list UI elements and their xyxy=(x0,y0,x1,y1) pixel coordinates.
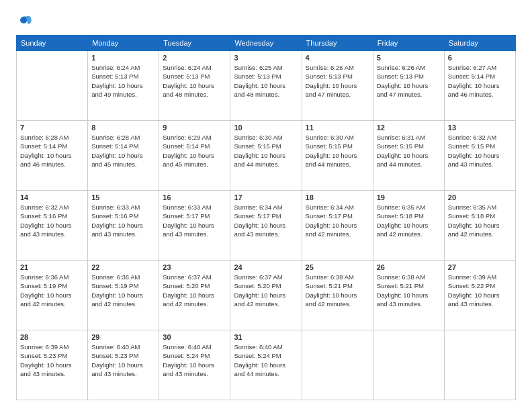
day-info: Sunrise: 6:28 AMSunset: 5:14 PMDaylight:… xyxy=(91,133,155,169)
day-info: Sunrise: 6:29 AMSunset: 5:14 PMDaylight:… xyxy=(163,133,226,169)
calendar-cell xyxy=(17,51,88,121)
calendar-cell: 2Sunrise: 6:24 AMSunset: 5:13 PMDaylight… xyxy=(159,51,230,121)
day-number: 29 xyxy=(91,333,155,341)
day-number: 14 xyxy=(20,193,84,201)
day-number: 13 xyxy=(448,124,512,132)
calendar-week-row: 28Sunrise: 6:39 AMSunset: 5:23 PMDayligh… xyxy=(17,330,516,400)
day-info: Sunrise: 6:35 AMSunset: 5:18 PMDaylight:… xyxy=(448,203,512,238)
calendar-cell: 19Sunrise: 6:35 AMSunset: 5:18 PMDayligh… xyxy=(373,191,444,261)
day-info: Sunrise: 6:39 AMSunset: 5:23 PMDaylight:… xyxy=(20,342,84,378)
calendar-cell: 14Sunrise: 6:32 AMSunset: 5:16 PMDayligh… xyxy=(17,191,88,261)
calendar-cell: 25Sunrise: 6:38 AMSunset: 5:21 PMDayligh… xyxy=(302,261,373,330)
calendar-cell: 23Sunrise: 6:37 AMSunset: 5:20 PMDayligh… xyxy=(159,261,230,330)
header xyxy=(16,13,516,30)
day-number: 9 xyxy=(163,124,226,132)
day-number: 8 xyxy=(91,124,155,132)
day-info: Sunrise: 6:26 AMSunset: 5:13 PMDaylight:… xyxy=(377,63,441,99)
day-info: Sunrise: 6:24 AMSunset: 5:13 PMDaylight:… xyxy=(91,63,155,99)
weekday-header-saturday: Saturday xyxy=(444,36,515,51)
day-number: 22 xyxy=(91,263,155,271)
day-info: Sunrise: 6:31 AMSunset: 5:15 PMDaylight:… xyxy=(377,133,441,169)
day-info: Sunrise: 6:40 AMSunset: 5:24 PMDaylight:… xyxy=(163,342,226,378)
day-number: 27 xyxy=(448,263,512,271)
calendar-cell: 7Sunrise: 6:28 AMSunset: 5:14 PMDaylight… xyxy=(17,121,88,191)
day-number: 2 xyxy=(163,54,226,62)
calendar-cell: 10Sunrise: 6:30 AMSunset: 5:15 PMDayligh… xyxy=(230,121,302,191)
calendar-cell: 20Sunrise: 6:35 AMSunset: 5:18 PMDayligh… xyxy=(444,191,515,261)
day-info: Sunrise: 6:25 AMSunset: 5:13 PMDaylight:… xyxy=(234,63,298,99)
day-info: Sunrise: 6:26 AMSunset: 5:13 PMDaylight:… xyxy=(306,63,369,99)
day-number: 15 xyxy=(91,193,155,201)
day-number: 21 xyxy=(20,263,84,271)
day-info: Sunrise: 6:34 AMSunset: 5:17 PMDaylight:… xyxy=(234,203,298,238)
calendar-cell: 28Sunrise: 6:39 AMSunset: 5:23 PMDayligh… xyxy=(17,330,88,400)
calendar-cell: 15Sunrise: 6:33 AMSunset: 5:16 PMDayligh… xyxy=(88,191,159,261)
page: SundayMondayTuesdayWednesdayThursdayFrid… xyxy=(0,0,532,411)
logo-icon xyxy=(16,13,32,30)
calendar-cell: 16Sunrise: 6:33 AMSunset: 5:17 PMDayligh… xyxy=(159,191,230,261)
day-info: Sunrise: 6:36 AMSunset: 5:19 PMDaylight:… xyxy=(91,273,155,308)
day-number: 6 xyxy=(448,54,512,62)
day-number: 26 xyxy=(377,263,441,271)
day-info: Sunrise: 6:32 AMSunset: 5:16 PMDaylight:… xyxy=(20,203,84,238)
day-info: Sunrise: 6:38 AMSunset: 5:21 PMDaylight:… xyxy=(306,273,369,308)
day-info: Sunrise: 6:38 AMSunset: 5:21 PMDaylight:… xyxy=(377,273,441,308)
calendar-week-row: 1Sunrise: 6:24 AMSunset: 5:13 PMDaylight… xyxy=(17,51,516,121)
calendar-cell: 5Sunrise: 6:26 AMSunset: 5:13 PMDaylight… xyxy=(373,51,444,121)
day-info: Sunrise: 6:35 AMSunset: 5:18 PMDaylight:… xyxy=(377,203,441,238)
day-number: 4 xyxy=(306,54,369,62)
day-number: 11 xyxy=(306,124,369,132)
weekday-header-thursday: Thursday xyxy=(302,36,373,51)
calendar-cell: 13Sunrise: 6:32 AMSunset: 5:15 PMDayligh… xyxy=(444,121,515,191)
day-info: Sunrise: 6:40 AMSunset: 5:24 PMDaylight:… xyxy=(234,342,298,378)
day-info: Sunrise: 6:27 AMSunset: 5:14 PMDaylight:… xyxy=(448,63,512,99)
calendar-cell xyxy=(302,330,373,400)
calendar-cell: 26Sunrise: 6:38 AMSunset: 5:21 PMDayligh… xyxy=(373,261,444,330)
calendar-cell: 17Sunrise: 6:34 AMSunset: 5:17 PMDayligh… xyxy=(230,191,302,261)
day-number: 20 xyxy=(448,193,512,201)
calendar-week-row: 7Sunrise: 6:28 AMSunset: 5:14 PMDaylight… xyxy=(17,121,516,191)
calendar-cell: 1Sunrise: 6:24 AMSunset: 5:13 PMDaylight… xyxy=(88,51,159,121)
day-info: Sunrise: 6:37 AMSunset: 5:20 PMDaylight:… xyxy=(234,273,298,308)
calendar-cell: 12Sunrise: 6:31 AMSunset: 5:15 PMDayligh… xyxy=(373,121,444,191)
calendar-cell: 24Sunrise: 6:37 AMSunset: 5:20 PMDayligh… xyxy=(230,261,302,330)
calendar-cell: 22Sunrise: 6:36 AMSunset: 5:19 PMDayligh… xyxy=(88,261,159,330)
weekday-header-monday: Monday xyxy=(88,36,159,51)
day-number: 30 xyxy=(163,333,226,341)
day-number: 31 xyxy=(234,333,298,341)
day-number: 16 xyxy=(163,193,226,201)
day-number: 18 xyxy=(306,193,369,201)
day-info: Sunrise: 6:33 AMSunset: 5:16 PMDaylight:… xyxy=(91,203,155,238)
day-number: 24 xyxy=(234,263,298,271)
weekday-header-friday: Friday xyxy=(373,36,444,51)
calendar-cell: 6Sunrise: 6:27 AMSunset: 5:14 PMDaylight… xyxy=(444,51,515,121)
weekday-header-wednesday: Wednesday xyxy=(230,36,302,51)
logo xyxy=(16,13,35,30)
day-info: Sunrise: 6:24 AMSunset: 5:13 PMDaylight:… xyxy=(163,63,226,99)
weekday-header-tuesday: Tuesday xyxy=(159,36,230,51)
calendar-cell xyxy=(444,330,515,400)
calendar-cell xyxy=(373,330,444,400)
day-info: Sunrise: 6:28 AMSunset: 5:14 PMDaylight:… xyxy=(20,133,84,169)
day-number: 5 xyxy=(377,54,441,62)
day-number: 19 xyxy=(377,193,441,201)
day-info: Sunrise: 6:37 AMSunset: 5:20 PMDaylight:… xyxy=(163,273,226,308)
day-number: 10 xyxy=(234,124,298,132)
calendar-cell: 18Sunrise: 6:34 AMSunset: 5:17 PMDayligh… xyxy=(302,191,373,261)
calendar-cell: 31Sunrise: 6:40 AMSunset: 5:24 PMDayligh… xyxy=(230,330,302,400)
weekday-header-sunday: Sunday xyxy=(17,36,88,51)
day-info: Sunrise: 6:40 AMSunset: 5:23 PMDaylight:… xyxy=(91,342,155,378)
calendar-cell: 29Sunrise: 6:40 AMSunset: 5:23 PMDayligh… xyxy=(88,330,159,400)
day-info: Sunrise: 6:39 AMSunset: 5:22 PMDaylight:… xyxy=(448,273,512,308)
calendar-cell: 30Sunrise: 6:40 AMSunset: 5:24 PMDayligh… xyxy=(159,330,230,400)
day-info: Sunrise: 6:32 AMSunset: 5:15 PMDaylight:… xyxy=(448,133,512,169)
day-info: Sunrise: 6:30 AMSunset: 5:15 PMDaylight:… xyxy=(306,133,369,169)
day-number: 7 xyxy=(20,124,84,132)
day-info: Sunrise: 6:36 AMSunset: 5:19 PMDaylight:… xyxy=(20,273,84,308)
calendar-week-row: 21Sunrise: 6:36 AMSunset: 5:19 PMDayligh… xyxy=(17,261,516,330)
day-number: 17 xyxy=(234,193,298,201)
calendar-cell: 11Sunrise: 6:30 AMSunset: 5:15 PMDayligh… xyxy=(302,121,373,191)
day-number: 1 xyxy=(91,54,155,62)
calendar-week-row: 14Sunrise: 6:32 AMSunset: 5:16 PMDayligh… xyxy=(17,191,516,261)
day-info: Sunrise: 6:33 AMSunset: 5:17 PMDaylight:… xyxy=(163,203,226,238)
